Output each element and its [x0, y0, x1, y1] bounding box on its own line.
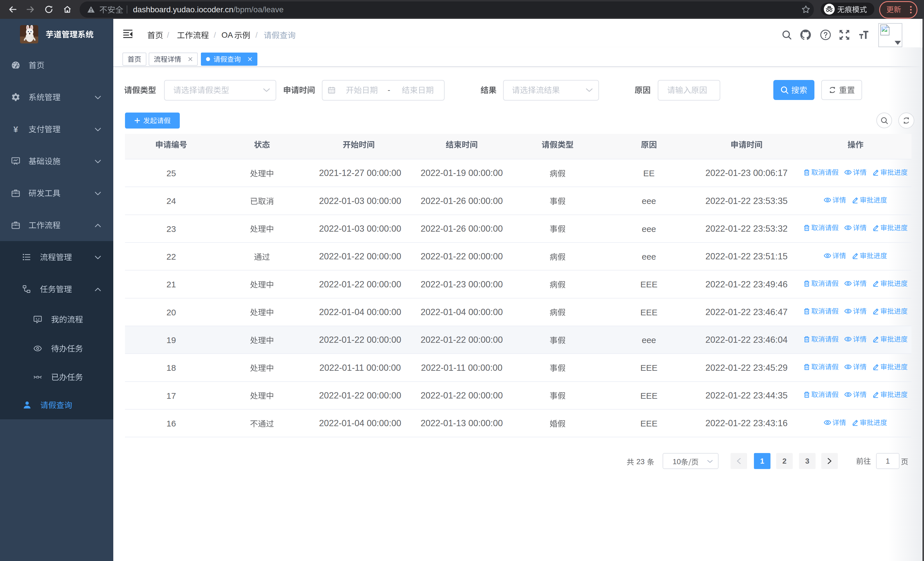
svg-text:¥: ¥: [14, 125, 18, 133]
